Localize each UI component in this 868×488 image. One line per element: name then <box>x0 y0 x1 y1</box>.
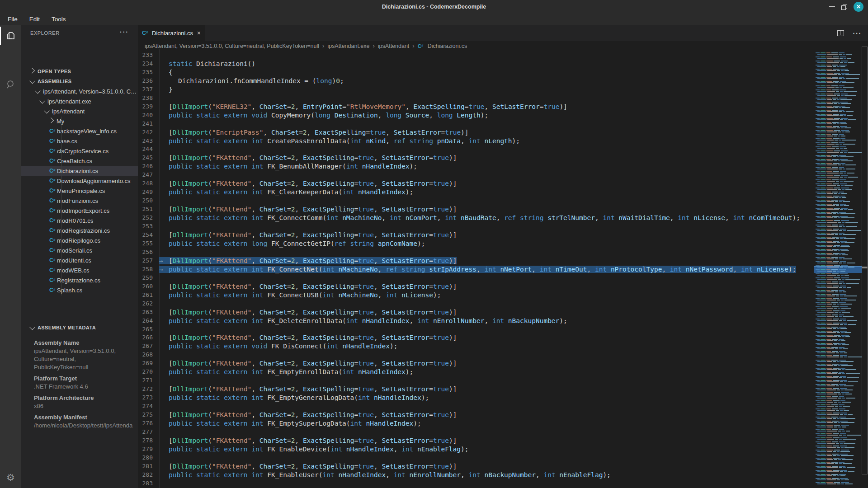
tree-item-creabatch-cs[interactable]: C#CreaBatch.cs <box>21 156 138 166</box>
tree-item-base-cs[interactable]: C#base.cs <box>21 136 138 146</box>
tree-item-downloadaggiornamento-cs[interactable]: C#DownloadAggiornamento.cs <box>21 176 138 186</box>
section-header-assemblies[interactable]: ASSEMBLIES <box>21 76 138 86</box>
minimap[interactable] <box>814 44 862 488</box>
code-line[interactable]: 273public static extern int FK_EmptyGene… <box>138 394 814 402</box>
code-line[interactable]: 238 <box>138 94 814 103</box>
minimize-button[interactable] <box>829 6 835 7</box>
code-line[interactable]: 278[DllImport("FKAttend", CharSet=2, Exa… <box>138 436 814 445</box>
code-line[interactable]: 280 <box>138 454 814 462</box>
menu-item-tools[interactable]: Tools <box>46 14 72 25</box>
code-line[interactable]: 269[DllImport("FKAttend", CharSet=2, Exa… <box>138 359 814 368</box>
tree-item-modr0701-cs[interactable]: C#modR0701.cs <box>21 216 138 225</box>
code-editor[interactable]: 233234static Dichiarazioni()235{236Dichi… <box>138 49 814 488</box>
code-line[interactable]: 248[DllImport("FKAttend", CharSet=2, Exa… <box>138 179 814 188</box>
files-icon[interactable] <box>0 25 21 46</box>
code-line[interactable]: 243public static extern int CreatePassEn… <box>138 137 814 145</box>
breadcrumb-item[interactable]: Dichiarazioni.cs <box>428 43 467 49</box>
tree-item-modregistrazioni-cs[interactable]: C#modRegistrazioni.cs <box>21 225 138 235</box>
code-line[interactable]: 283 <box>138 479 814 488</box>
tab-dichiarazioni[interactable]: C# Dichiarazioni.cs × <box>138 25 205 41</box>
tree-item-modseriali-cs[interactable]: C#modSeriali.cs <box>21 245 138 255</box>
code-line[interactable]: 268 <box>138 351 814 359</box>
split-editor-icon[interactable] <box>837 30 844 36</box>
code-line[interactable]: 251[DllImport("FKAttend", CharSet=2, Exa… <box>138 205 814 214</box>
code-line[interactable]: 272[DllImport("FKAttend", CharSet=2, Exa… <box>138 385 814 394</box>
code-line[interactable]: 233 <box>138 51 814 60</box>
code-line[interactable]: 260[DllImport("FKAttend", CharSet=2, Exa… <box>138 282 814 291</box>
code-line[interactable]: 255public static extern long FK_ConnectG… <box>138 239 814 248</box>
code-line[interactable]: 279public static extern int FK_EnableDev… <box>138 445 814 454</box>
tree-item-ipsattendant-version-3-51-0-0-cul-[interactable]: ipsAttendant, Version=3.51.0.0, Cul… <box>21 86 138 96</box>
code-line[interactable]: 261public static extern int FK_ConnectUS… <box>138 291 814 300</box>
code-line[interactable]: 270public static extern int FK_EmptyEnro… <box>138 368 814 376</box>
breadcrumb-item[interactable]: ipsAttendant.exe <box>327 43 369 49</box>
code-line[interactable]: 240public static extern void CopyMemory(… <box>138 111 814 120</box>
code-line[interactable]: 258→ → public static extern int FK_Conne… <box>138 265 814 274</box>
code-line[interactable]: 236Dichiarazioni.fnCommHandleIndex = (lo… <box>138 77 814 85</box>
tree-item-modriepilogo-cs[interactable]: C#modRiepilogo.cs <box>21 235 138 245</box>
tree-item-registrazione-cs[interactable]: C#Registrazione.cs <box>21 275 138 285</box>
code-line[interactable]: 263[DllImport("FKAttend", CharSet=2, Exa… <box>138 308 814 317</box>
tree-item-modutenti-cs[interactable]: C#modUtenti.cs <box>21 255 138 265</box>
scrollbar-slider[interactable] <box>862 47 868 474</box>
code-line[interactable]: 282public static extern int FK_EnableUse… <box>138 471 814 479</box>
more-actions-icon[interactable]: ··· <box>853 29 862 37</box>
code-line[interactable]: 249public static extern int FK_ClearKeep… <box>138 188 814 197</box>
code-line[interactable]: 235{ <box>138 68 814 77</box>
code-line[interactable]: 242[DllImport("EncriptPass", CharSet=2, … <box>138 128 814 137</box>
minimap-line <box>817 99 852 100</box>
section-header-open-types[interactable]: OPEN TYPES <box>21 66 138 76</box>
code-line[interactable]: 266[DllImport("FKAttend", CharSet=2, Exa… <box>138 333 814 342</box>
code-line[interactable]: 246public static extern int FK_BenumbAll… <box>138 162 814 171</box>
code-line[interactable]: 276public static extern int FK_EmptySupe… <box>138 419 814 428</box>
code-line[interactable]: 254[DllImport("FKAttend", CharSet=2, Exa… <box>138 231 814 239</box>
menu-item-file[interactable]: File <box>2 14 24 25</box>
code-line[interactable]: 281[DllImport("FKAttend", CharSet=2, Exa… <box>138 462 814 471</box>
code-line[interactable]: 259 <box>138 274 814 282</box>
code-line[interactable]: 264public static extern int FK_DeleteEnr… <box>138 317 814 325</box>
gear-icon[interactable]: ⚙ <box>0 467 21 488</box>
tree-item-modweb-cs[interactable]: C#modWEB.cs <box>21 265 138 275</box>
tree-item-my[interactable]: My <box>21 116 138 126</box>
tab-close-icon[interactable]: × <box>194 29 201 37</box>
code-line[interactable]: 250 <box>138 197 814 205</box>
line-number: 277 <box>138 428 153 436</box>
code-line[interactable]: 241 <box>138 120 814 128</box>
tree-item-menuprincipale-cs[interactable]: C#MenuPrincipale.cs <box>21 186 138 196</box>
menu-item-edit[interactable]: Edit <box>24 14 46 25</box>
breadcrumb-item[interactable]: ipsAttendant, Version=3.51.0.0, Culture=… <box>145 43 319 49</box>
search-icon[interactable] <box>0 74 21 95</box>
code-line[interactable]: 267public static extern void FK_DisConne… <box>138 342 814 351</box>
tree-item-modfunzioni-cs[interactable]: C#modFunzioni.cs <box>21 196 138 206</box>
code-line[interactable]: 257→ → [DllImport("FKAttend", CharSet=2,… <box>138 257 814 265</box>
tree-item-dichiarazioni-cs[interactable]: C#Dichiarazioni.cs <box>21 166 138 176</box>
explorer-more-icon[interactable]: ··· <box>120 28 129 36</box>
code-line[interactable]: 252public static extern int FK_ConnectCo… <box>138 214 814 222</box>
tree-item-modimportexport-cs[interactable]: C#modImportExport.cs <box>21 206 138 216</box>
csharp-file-icon: C# <box>49 178 57 184</box>
tree-item-ipsattendant-exe[interactable]: ipsAttendant.exe <box>21 96 138 106</box>
tree-item-clscryptoservice-cs[interactable]: C#clsCryptoService.cs <box>21 146 138 156</box>
tree-item-ipsattendant[interactable]: ipsAttendant <box>21 106 138 116</box>
maximize-button[interactable] <box>841 4 847 10</box>
code-line[interactable]: 265 <box>138 325 814 334</box>
code-line[interactable]: 244 <box>138 145 814 154</box>
tree-item-backstageview-info-cs[interactable]: C#backstageView_info.cs <box>21 126 138 136</box>
minimap-line <box>816 233 844 234</box>
code-line[interactable]: 245[DllImport("FKAttend", CharSet=2, Exa… <box>138 154 814 162</box>
code-line[interactable]: 271 <box>138 376 814 385</box>
code-line[interactable]: 262 <box>138 300 814 308</box>
tree-item-splash-cs[interactable]: C#Splash.cs <box>21 285 138 295</box>
code-line[interactable]: 237} <box>138 85 814 94</box>
code-line[interactable]: 239[DllImport("KERNEL32", CharSet=2, Ent… <box>138 103 814 111</box>
code-line[interactable]: 234static Dichiarazioni() <box>138 60 814 68</box>
code-line[interactable]: 253 <box>138 222 814 231</box>
assembly-metadata-header[interactable]: ASSEMBLY METADATA <box>21 323 138 332</box>
code-line[interactable]: 277 <box>138 428 814 436</box>
code-line[interactable]: 256 <box>138 248 814 257</box>
close-button[interactable]: ✕ <box>854 2 863 12</box>
breadcrumb-item[interactable]: ipsAttendant <box>378 43 410 49</box>
code-line[interactable]: 275[DllImport("FKAttend", CharSet=2, Exa… <box>138 411 814 419</box>
code-line[interactable]: 274 <box>138 402 814 411</box>
code-line[interactable]: 247 <box>138 171 814 179</box>
